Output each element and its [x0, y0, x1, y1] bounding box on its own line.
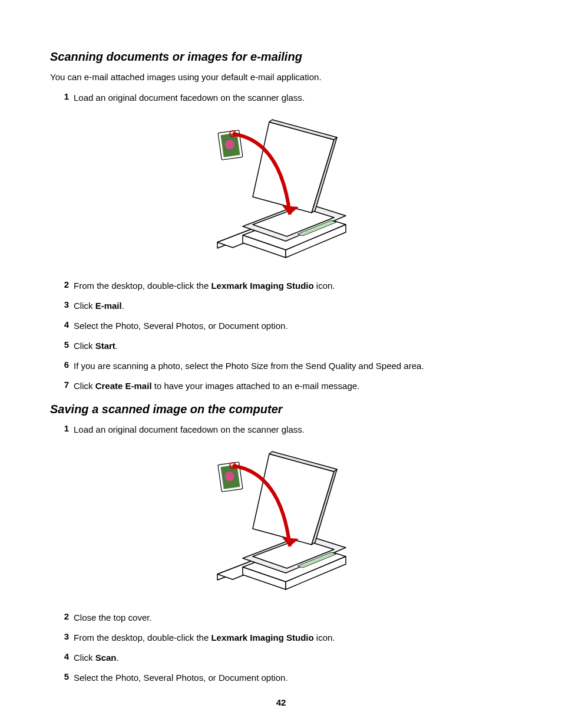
list-item: 2 Close the top cover. — [50, 611, 512, 624]
step-text: Click E-mail. — [74, 299, 512, 312]
list-item: 3 From the desktop, double-click the Lex… — [50, 631, 512, 644]
list-item: 3 Click E-mail. — [50, 299, 512, 312]
step-text: Select the Photo, Several Photos, or Doc… — [74, 319, 512, 332]
step-text: Click Start. — [74, 340, 512, 352]
section1-intro: You can e-mail attached images using you… — [50, 71, 512, 83]
step-number: 5 — [56, 671, 69, 681]
list-item: 2 From the desktop, double-click the Lex… — [50, 279, 512, 292]
step-text: Load an original document facedown on th… — [74, 423, 512, 436]
list-item: 5 Select the Photo, Several Photos, or D… — [50, 671, 512, 684]
step-number: 1 — [56, 423, 69, 433]
step-number: 1 — [56, 91, 69, 101]
step-number: 6 — [56, 360, 69, 370]
step-text: Click Scan. — [74, 651, 512, 664]
step-text: From the desktop, double-click the Lexma… — [74, 631, 512, 644]
step-number: 5 — [56, 340, 69, 350]
step-number: 2 — [56, 611, 69, 621]
step-number: 3 — [56, 299, 69, 309]
scanner-illustration-icon — [210, 111, 352, 268]
page-number: 42 — [0, 697, 562, 707]
list-item: 1 Load an original document facedown on … — [50, 423, 512, 436]
step-text: Close the top cover. — [74, 611, 512, 624]
step-text: From the desktop, double-click the Lexma… — [74, 279, 512, 292]
scanner-illustration-icon — [210, 443, 352, 599]
step-text: Select the Photo, Several Photos, or Doc… — [74, 671, 512, 684]
figure-container — [50, 111, 512, 268]
section1-heading: Scanning documents or images for e-maili… — [50, 50, 512, 64]
list-item: 4 Select the Photo, Several Photos, or D… — [50, 319, 512, 332]
step-number: 4 — [56, 651, 69, 661]
list-item: 4 Click Scan. — [50, 651, 512, 664]
step-text: If you are scanning a photo, select the … — [74, 360, 512, 372]
step-text: Click Create E-mail to have your images … — [74, 380, 512, 392]
figure-container — [50, 443, 512, 599]
step-number: 2 — [56, 279, 69, 289]
step-number: 4 — [56, 319, 69, 330]
list-item: 1 Load an original document facedown on … — [50, 91, 512, 104]
page: Scanning documents or images for e-maili… — [0, 0, 562, 728]
step-text: Load an original document facedown on th… — [74, 91, 512, 104]
list-item: 7 Click Create E-mail to have your image… — [50, 380, 512, 392]
step-number: 3 — [56, 631, 69, 641]
list-item: 6 If you are scanning a photo, select th… — [50, 360, 512, 372]
step-number: 7 — [56, 380, 69, 390]
list-item: 5 Click Start. — [50, 340, 512, 352]
section2-heading: Saving a scanned image on the computer — [50, 403, 512, 416]
